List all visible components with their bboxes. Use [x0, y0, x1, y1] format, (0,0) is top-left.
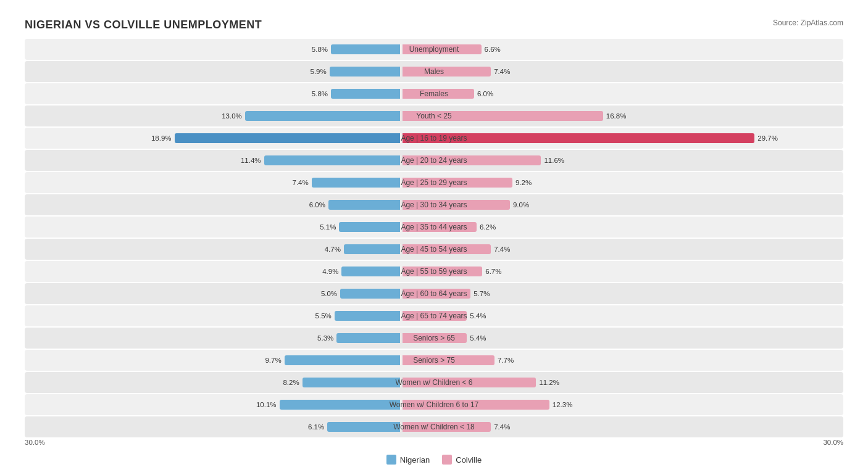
right-value: 12.3%	[553, 401, 573, 408]
left-section: 10.1%	[25, 394, 401, 415]
right-value: 9.2%	[515, 179, 532, 186]
blue-bar	[245, 111, 400, 121]
legend-nigerian-box	[386, 455, 396, 465]
blue-bar	[344, 244, 400, 254]
data-row: 6.0%9.0%Age | 30 to 34 years	[25, 194, 843, 215]
blue-bar	[327, 422, 400, 432]
right-value: 7.7%	[498, 357, 514, 364]
left-value: 5.8%	[309, 90, 328, 97]
right-section: 7.4%	[401, 239, 778, 260]
left-value: 6.0%	[307, 201, 325, 209]
left-section: 9.7%	[25, 350, 401, 371]
data-row: 9.7%7.7%Seniors > 75	[25, 350, 843, 371]
right-section: 7.4%	[401, 416, 778, 437]
left-value: 5.0%	[319, 290, 337, 297]
data-row: 7.4%9.2%Age | 25 to 29 years	[25, 172, 843, 193]
data-row: 5.0%5.7%Age | 60 to 64 years	[25, 283, 843, 304]
pink-bar	[403, 67, 491, 76]
left-value: 7.4%	[290, 179, 309, 186]
left-section: 6.0%	[25, 194, 401, 215]
right-section: 6.6%	[401, 39, 778, 60]
blue-bar	[175, 133, 400, 143]
pink-bar	[403, 133, 754, 143]
right-value: 7.4%	[494, 423, 510, 431]
right-value: 11.6%	[544, 157, 564, 164]
pink-bar	[403, 111, 603, 121]
right-value: 6.2%	[480, 223, 496, 231]
left-section: 11.4%	[25, 150, 401, 171]
data-row: 11.4%11.6%Age | 20 to 24 years	[25, 150, 843, 171]
pink-bar	[403, 244, 491, 254]
pink-bar	[403, 155, 541, 165]
pink-bar	[403, 44, 482, 54]
data-row: 13.0%16.8%Youth < 25	[25, 105, 843, 126]
pink-bar	[403, 289, 470, 299]
left-section: 13.0%	[25, 105, 401, 126]
data-row: 5.3%5.4%Seniors > 65	[25, 328, 843, 349]
right-value: 5.4%	[470, 334, 486, 342]
left-value: 11.4%	[241, 157, 261, 164]
blue-bar	[341, 267, 400, 276]
left-value: 4.7%	[322, 246, 341, 253]
blue-bar	[331, 89, 400, 99]
left-value: 6.1%	[306, 423, 324, 431]
right-section: 12.3%	[401, 394, 778, 415]
left-value: 13.0%	[222, 112, 242, 120]
left-section: 4.7%	[25, 239, 401, 260]
right-section: 6.0%	[401, 83, 778, 104]
data-row: 5.8%6.0%Females	[25, 83, 843, 104]
left-value: 5.8%	[309, 46, 328, 53]
right-value: 6.0%	[477, 90, 493, 97]
left-value: 5.5%	[313, 312, 332, 320]
pink-bar	[403, 200, 510, 210]
right-section: 6.2%	[401, 217, 778, 238]
left-value: 9.7%	[263, 357, 282, 364]
right-section: 5.7%	[401, 283, 778, 304]
blue-bar	[264, 155, 400, 165]
blue-bar	[330, 67, 400, 76]
right-value: 6.7%	[485, 268, 501, 275]
pink-bar	[403, 422, 491, 432]
right-section: 7.4%	[401, 61, 778, 82]
right-value: 5.7%	[474, 290, 490, 297]
legend-nigerian-label: Nigerian	[400, 455, 430, 465]
right-value: 5.4%	[470, 312, 486, 320]
left-section: 5.5%	[25, 305, 401, 326]
left-section: 5.8%	[25, 83, 401, 104]
blue-bar	[340, 289, 400, 299]
axis-labels: 30.0% 30.0%	[25, 439, 843, 448]
right-section: 9.0%	[401, 194, 778, 215]
chart-header: NIGERIAN VS COLVILLE UNEMPLOYMENT Source…	[25, 19, 843, 31]
right-section: 6.7%	[401, 261, 778, 282]
data-row: 4.7%7.4%Age | 45 to 54 years	[25, 239, 843, 260]
data-row: 10.1%12.3%Women w/ Children 6 to 17	[25, 394, 843, 415]
pink-bar	[403, 355, 495, 365]
right-section: 5.4%	[401, 305, 778, 326]
right-value: 7.4%	[494, 246, 510, 253]
blue-bar	[335, 311, 400, 321]
left-section: 6.1%	[25, 416, 401, 437]
blue-bar	[336, 333, 400, 343]
left-value: 4.9%	[320, 268, 338, 275]
chart-source: Source: ZipAtlas.com	[773, 19, 843, 27]
pink-bar	[403, 267, 482, 276]
data-row: 5.8%6.6%Unemployment	[25, 39, 843, 60]
data-row: 18.9%29.7%Age | 16 to 19 years	[25, 128, 843, 149]
right-value: 9.0%	[513, 201, 529, 209]
right-value: 16.8%	[606, 112, 627, 120]
chart-footer: Nigerian Colville	[25, 455, 843, 465]
left-section: 4.9%	[25, 261, 401, 282]
legend-colville: Colville	[442, 455, 482, 465]
legend-colville-label: Colville	[456, 455, 482, 465]
blue-bar	[280, 400, 400, 410]
pink-bar	[403, 89, 474, 99]
left-section: 8.2%	[25, 372, 401, 393]
left-value: 5.1%	[317, 223, 336, 231]
right-value: 6.6%	[485, 46, 501, 53]
pink-bar	[403, 378, 536, 387]
left-value: 8.2%	[281, 379, 299, 386]
chart-body: 5.8%6.6%Unemployment5.9%7.4%Males5.8%6.0…	[25, 39, 843, 437]
left-value: 5.9%	[308, 68, 327, 75]
data-row: 6.1%7.4%Women w/ Children < 18	[25, 416, 843, 437]
blue-bar	[331, 44, 400, 54]
